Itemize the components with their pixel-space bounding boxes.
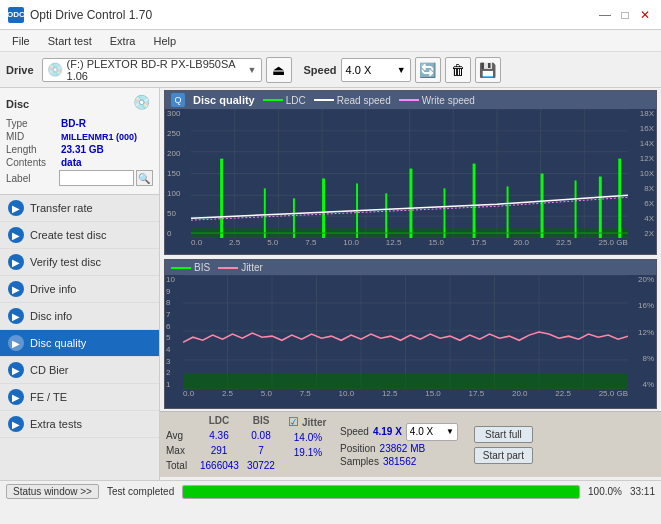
eject-button[interactable]: ⏏	[266, 57, 292, 83]
chart-bottom: BIS Jitter 10 9 8 7 6 5 4 3 2	[164, 259, 657, 409]
sidebar-item-create-test-disc[interactable]: ▶ Create test disc	[0, 222, 159, 249]
sidebar-nav: ▶ Transfer rate ▶ Create test disc ▶ Ver…	[0, 195, 159, 438]
disc-info-label: Disc info	[30, 310, 72, 322]
svg-rect-27	[541, 174, 544, 239]
drive-label: Drive	[6, 64, 34, 76]
drive-info-label: Drive info	[30, 283, 76, 295]
start-part-button[interactable]: Start part	[474, 447, 533, 464]
legend-ldc-label: LDC	[286, 95, 306, 106]
save-button[interactable]: 💾	[475, 57, 501, 83]
create-test-disc-label: Create test disc	[30, 229, 106, 241]
speed-select-value: 4.0 X	[410, 426, 446, 437]
legend-read-label: Read speed	[337, 95, 391, 106]
sidebar: Disc 💿 Type BD-R MID MILLENMR1 (000) Len…	[0, 88, 160, 480]
legend-write-label: Write speed	[422, 95, 475, 106]
menu-start-test[interactable]: Start test	[40, 33, 100, 49]
legend-ldc: LDC	[263, 95, 306, 106]
legend-write-color	[399, 99, 419, 101]
avg-label: Avg	[166, 430, 196, 444]
status-window-button[interactable]: Status window >>	[6, 484, 99, 499]
max-ldc: 291	[200, 445, 238, 459]
disc-label-btn[interactable]: 🔍	[136, 170, 153, 186]
verify-test-disc-icon: ▶	[8, 254, 24, 270]
total-label: Total	[166, 460, 196, 474]
sidebar-item-fe-te[interactable]: ▶ FE / TE	[0, 384, 159, 411]
total-ldc: 1666043	[200, 460, 238, 474]
svg-rect-24	[443, 188, 445, 238]
avg-jitter: 14.0%	[288, 432, 328, 443]
progress-bar-container	[182, 485, 580, 499]
app-icon: ODC	[8, 7, 24, 23]
ldc-col-header: LDC	[200, 415, 238, 429]
svg-rect-45	[183, 373, 628, 389]
svg-rect-23	[410, 169, 413, 238]
svg-rect-17	[220, 159, 223, 238]
create-test-disc-icon: ▶	[8, 227, 24, 243]
disc-label-label: Label	[6, 173, 59, 184]
position-label: Position	[340, 443, 376, 454]
refresh-button[interactable]: 🔄	[415, 57, 441, 83]
start-buttons: Start full Start part	[474, 426, 533, 464]
sidebar-item-disc-quality[interactable]: ▶ Disc quality	[0, 330, 159, 357]
disc-label-input[interactable]	[59, 170, 134, 186]
speed-col: Speed 4.19 X 4.0 X ▼ Position 23862 MB S…	[340, 423, 458, 467]
sidebar-item-disc-info[interactable]: ▶ Disc info	[0, 303, 159, 330]
mid-label: MID	[6, 131, 61, 142]
drive-info-icon: ▶	[8, 281, 24, 297]
stats-labels-col: LDC BIS Avg 4.36 0.08 Max 291 7 Total 16…	[166, 415, 280, 474]
bis-col-header: BIS	[242, 415, 280, 429]
disc-panel-icon: 💿	[133, 94, 153, 114]
sidebar-item-drive-info[interactable]: ▶ Drive info	[0, 276, 159, 303]
samples-label: Samples	[340, 456, 379, 467]
toolbar: Drive 💿 (F:) PLEXTOR BD-R PX-LB950SA 1.0…	[0, 52, 661, 88]
start-full-button[interactable]: Start full	[474, 426, 533, 443]
avg-bis: 0.08	[242, 430, 280, 444]
speed-selector[interactable]: 4.0 X ▼	[341, 58, 411, 82]
chart-bottom-svg	[183, 275, 628, 389]
close-button[interactable]: ✕	[637, 7, 653, 23]
stats-panel: LDC BIS Avg 4.36 0.08 Max 291 7 Total 16…	[160, 411, 661, 477]
chart-top-icon: Q	[171, 93, 185, 107]
svg-rect-29	[599, 176, 602, 238]
minimize-button[interactable]: —	[597, 7, 613, 23]
contents-value: data	[61, 157, 82, 168]
transfer-rate-label: Transfer rate	[30, 202, 93, 214]
transfer-rate-icon: ▶	[8, 200, 24, 216]
chart-top-plot: 300 250 200 150 100 50 0 18X 16X 14X 12X…	[165, 109, 656, 252]
svg-rect-20	[322, 178, 325, 238]
length-label: Length	[6, 144, 61, 155]
svg-rect-25	[473, 164, 476, 238]
clear-button[interactable]: 🗑	[445, 57, 471, 83]
extra-tests-icon: ▶	[8, 416, 24, 432]
max-jitter: 19.1%	[288, 447, 328, 458]
legend-bis-color	[171, 267, 191, 269]
jitter-checkmark: ☑	[288, 415, 299, 429]
jitter-col: ☑ Jitter 14.0% 19.1%	[288, 415, 328, 474]
svg-rect-19	[293, 198, 295, 238]
fe-te-label: FE / TE	[30, 391, 67, 403]
svg-rect-28	[575, 180, 577, 238]
main-layout: Disc 💿 Type BD-R MID MILLENMR1 (000) Len…	[0, 88, 661, 480]
legend-ldc-color	[263, 99, 283, 101]
svg-rect-22	[385, 193, 387, 238]
sidebar-item-extra-tests[interactable]: ▶ Extra tests	[0, 411, 159, 438]
legend-write-speed: Write speed	[399, 95, 475, 106]
menu-extra[interactable]: Extra	[102, 33, 144, 49]
maximize-button[interactable]: □	[617, 7, 633, 23]
time-display: 33:11	[630, 486, 655, 497]
drive-selector[interactable]: 💿 (F:) PLEXTOR BD-R PX-LB950SA 1.06 ▼	[42, 58, 262, 82]
menu-file[interactable]: File	[4, 33, 38, 49]
contents-label: Contents	[6, 157, 61, 168]
speed-select[interactable]: 4.0 X ▼	[406, 423, 458, 441]
menu-help[interactable]: Help	[145, 33, 184, 49]
verify-test-disc-label: Verify test disc	[30, 256, 101, 268]
progress-text: 100.0%	[588, 486, 622, 497]
sidebar-item-verify-test-disc[interactable]: ▶ Verify test disc	[0, 249, 159, 276]
legend-jitter-label: Jitter	[241, 262, 263, 273]
avg-ldc: 4.36	[200, 430, 238, 444]
type-label: Type	[6, 118, 61, 129]
disc-quality-label: Disc quality	[30, 337, 86, 349]
sidebar-item-cd-bier[interactable]: ▶ CD Bier	[0, 357, 159, 384]
status-bar: Status window >> Test completed 100.0% 3…	[0, 480, 661, 502]
sidebar-item-transfer-rate[interactable]: ▶ Transfer rate	[0, 195, 159, 222]
